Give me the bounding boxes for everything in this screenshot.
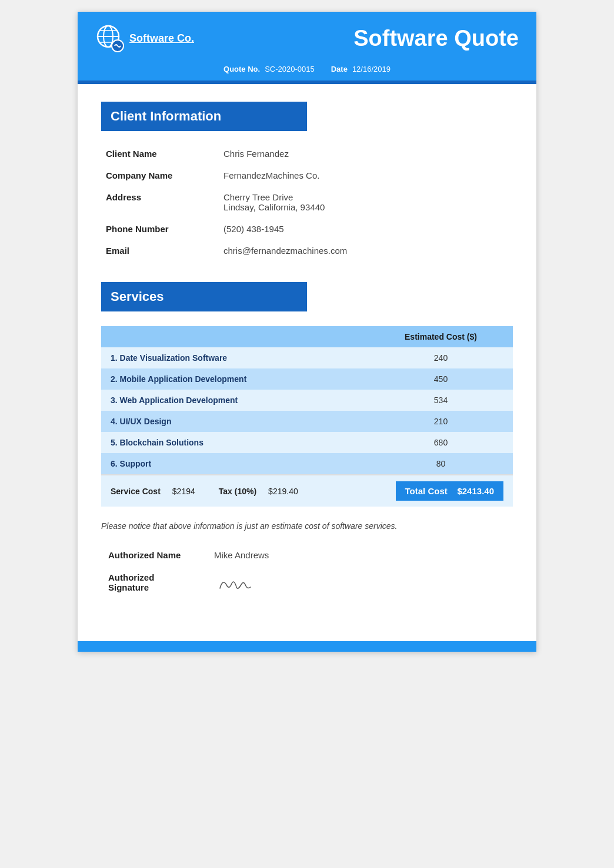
service-row-1: 1. Date Visualization Software 240 xyxy=(101,347,513,368)
service-name-1: 1. Date Visualization Software xyxy=(101,347,369,368)
services-table: Estimated Cost ($) 1. Date Visualization… xyxy=(101,326,513,507)
header-meta: Quote No. SC-2020-0015 Date 12/16/2019 xyxy=(78,62,536,81)
client-email-label: Email xyxy=(101,240,219,262)
totals-row: Service Cost $2194 Tax (10%) $219.40 Tot… xyxy=(101,475,513,507)
service-row-6: 6. Support 80 xyxy=(101,453,513,475)
service-cost-5: 680 xyxy=(369,432,513,453)
client-name-label: Client Name xyxy=(101,143,219,165)
quote-no-value: SC-2020-0015 xyxy=(265,65,315,73)
body: Client Information Client Name Chris Fer… xyxy=(78,84,536,618)
client-address-label: Address xyxy=(101,186,219,218)
cost-col-header: Estimated Cost ($) xyxy=(369,326,513,347)
client-phone-value: (520) 438-1945 xyxy=(219,218,513,240)
service-cost-4: 210 xyxy=(369,411,513,432)
service-cost-2: 450 xyxy=(369,368,513,390)
footer-bar xyxy=(78,641,536,652)
date-value: 12/16/2019 xyxy=(352,65,391,73)
client-email-value: chris@fernandezmachines.com xyxy=(219,240,513,262)
service-row-5: 5. Blockchain Solutions 680 xyxy=(101,432,513,453)
auth-signature-value xyxy=(207,565,276,600)
document-title: Software Quote xyxy=(353,26,519,51)
service-name-4: 4. UI/UX Design xyxy=(101,411,369,432)
client-company-value: FernandezMachines Co. xyxy=(219,165,513,186)
client-row-email: Email chris@fernandezmachines.com xyxy=(101,240,513,262)
client-table: Client Name Chris Fernandez Company Name… xyxy=(101,143,513,262)
auth-table: Authorized Name Mike Andrews AuthorizedS… xyxy=(101,545,276,600)
totals-cell: Service Cost $2194 Tax (10%) $219.40 Tot… xyxy=(101,475,513,507)
service-row-2: 2. Mobile Application Development 450 xyxy=(101,368,513,390)
client-phone-label: Phone Number xyxy=(101,218,219,240)
document-page: Software Co. Software Quote Quote No. SC… xyxy=(78,12,536,652)
client-address-value: Cherry Tree DriveLindsay, California, 93… xyxy=(219,186,513,218)
auth-signature-label: AuthorizedSignature xyxy=(101,565,207,600)
logo-icon xyxy=(95,24,125,53)
auth-name-value: Mike Andrews xyxy=(207,545,276,565)
service-row-4: 4. UI/UX Design 210 xyxy=(101,411,513,432)
client-row-company: Company Name FernandezMachines Co. xyxy=(101,165,513,186)
service-cost-amount: $2194 xyxy=(172,487,195,496)
date-label: Date xyxy=(331,65,348,73)
service-name-3: 3. Web Application Development xyxy=(101,390,369,411)
total-label: Total Cost xyxy=(405,486,448,496)
tax-label: Tax (10%) xyxy=(219,487,256,496)
service-row-3: 3. Web Application Development 534 xyxy=(101,390,513,411)
signature-svg xyxy=(214,572,261,595)
service-cost-1: 240 xyxy=(369,347,513,368)
service-name-6: 6. Support xyxy=(101,453,369,475)
logo-text: Software Co. xyxy=(129,32,194,45)
notice-text: Please notice that above information is … xyxy=(101,521,513,531)
services-section-header: Services xyxy=(101,282,307,311)
service-cost-label: Service Cost xyxy=(111,487,161,496)
client-section-header: Client Information xyxy=(101,102,307,131)
auth-name-label: Authorized Name xyxy=(101,545,207,565)
auth-section: Authorized Name Mike Andrews AuthorizedS… xyxy=(101,545,513,600)
total-cost-box: Total Cost $2413.40 xyxy=(396,481,503,501)
service-cost-3: 534 xyxy=(369,390,513,411)
service-name-5: 5. Blockchain Solutions xyxy=(101,432,369,453)
services-section: Services Estimated Cost ($) 1. Date Visu… xyxy=(101,282,513,507)
client-section: Client Information Client Name Chris Fer… xyxy=(101,102,513,262)
total-value: $2413.40 xyxy=(457,486,494,496)
client-row-address: Address Cherry Tree DriveLindsay, Califo… xyxy=(101,186,513,218)
quote-no-label: Quote No. xyxy=(223,65,260,73)
client-company-label: Company Name xyxy=(101,165,219,186)
header-title-area: Software Quote xyxy=(353,26,519,51)
client-row-name: Client Name Chris Fernandez xyxy=(101,143,513,165)
totals-inner: Service Cost $2194 Tax (10%) $219.40 Tot… xyxy=(111,481,503,501)
service-col-header xyxy=(101,326,369,347)
client-name-value: Chris Fernandez xyxy=(219,143,513,165)
logo-area: Software Co. xyxy=(95,24,194,53)
tax-value: $219.40 xyxy=(268,487,298,496)
service-name-2: 2. Mobile Application Development xyxy=(101,368,369,390)
service-cost-6: 80 xyxy=(369,453,513,475)
header: Software Co. Software Quote xyxy=(78,12,536,62)
auth-signature-row: AuthorizedSignature xyxy=(101,565,276,600)
services-table-header-row: Estimated Cost ($) xyxy=(101,326,513,347)
auth-name-row: Authorized Name Mike Andrews xyxy=(101,545,276,565)
client-row-phone: Phone Number (520) 438-1945 xyxy=(101,218,513,240)
